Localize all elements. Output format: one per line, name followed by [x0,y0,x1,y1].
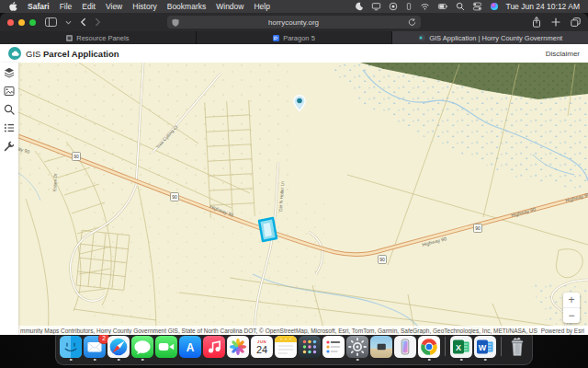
safari-window: horrycounty.org [0,13,588,335]
settings-gear-icon [346,336,368,358]
menu-window[interactable]: Window [216,2,243,11]
menu-help[interactable]: Help [254,2,269,11]
apple-menu-icon[interactable] [8,1,17,12]
map-zoom-control: + − [563,293,580,323]
launchpad-icon [299,336,321,358]
share-icon[interactable] [532,17,541,28]
dock-photos[interactable] [227,336,249,358]
sidebar-toggle-icon[interactable] [45,17,57,27]
tab-gis-application[interactable]: GIS Application | Horry County Governmen… [392,31,588,44]
dock-excel[interactable]: X [450,336,472,358]
display-icon[interactable] [371,2,381,11]
menu-file[interactable]: File [60,2,73,11]
dock-safari[interactable] [107,336,130,358]
facetime-icon [155,336,177,358]
address-bar[interactable]: horrycounty.org [167,16,421,29]
device-icon[interactable] [405,2,413,11]
tab-favicon [273,35,279,41]
dock-trash[interactable] [506,336,528,358]
map-canvas[interactable]: Highway 90 Highway 90 Highway 90 Highway… [18,63,588,335]
dock-iphone-mirroring[interactable] [394,336,416,358]
window-controls [7,19,36,26]
powered-by-esri: Powered by Esri [537,326,588,335]
dock-reminders[interactable] [322,336,345,358]
disclaimer-link[interactable]: Disclaimer [546,50,580,58]
search-icon[interactable] [4,104,15,115]
zoom-in-button[interactable]: + [563,293,580,307]
menu-safari[interactable]: Safari [28,2,50,11]
gis-page: GIS Parcel Application Disclaimer [0,44,588,335]
tab-overview-icon[interactable] [571,17,581,27]
sidebar-chevron-icon[interactable] [65,20,72,25]
forward-button-icon[interactable] [95,17,101,27]
tab-paragon-5[interactable]: Paragon 5 [197,31,393,44]
address-url[interactable]: horrycounty.org [179,18,408,27]
map-attribution-bar: mmunity Maps Contributors, Horry County … [18,326,588,335]
page-title-main: Parcel Application [43,49,119,59]
legend-list-icon[interactable] [4,122,15,133]
svg-text:X: X [456,343,461,352]
menu-bookmarks[interactable]: Bookmarks [167,2,207,11]
map-container: Highway 90 Highway 90 Highway 90 Highway… [18,63,588,335]
menu-view[interactable]: View [106,2,122,11]
zoom-out-button[interactable]: − [563,307,580,323]
reload-icon[interactable] [408,17,416,27]
menu-edit[interactable]: Edit [82,2,96,11]
menu-history[interactable]: History [132,2,156,11]
page-title: GIS Parcel Application [26,49,119,59]
menu-clock[interactable]: Tue Jun 24 10:12 AM [506,2,581,11]
back-button-icon[interactable] [80,17,86,27]
wifi-icon[interactable] [420,2,430,11]
dock-music[interactable] [203,336,225,358]
dock-mail[interactable]: 2 [84,336,106,358]
running-indicator [428,359,431,362]
close-window-button[interactable] [7,19,14,26]
dock-divider [501,337,502,356]
battery-icon[interactable] [437,2,448,11]
tab-resource-panels[interactable]: Resource Panels [0,31,197,44]
tools-wrench-icon[interactable] [4,141,15,152]
selected-parcel-highlight[interactable] [259,218,277,241]
iphone-mirroring-icon [394,336,416,358]
running-indicator [94,359,96,362]
spotlight-search-icon[interactable] [456,2,465,11]
finder-icon [60,336,82,358]
basemap-image-icon[interactable] [4,86,15,97]
gis-app-logo [8,47,21,60]
dock-photo-booth[interactable] [370,336,392,358]
tab-favicon [66,35,73,41]
siri-icon[interactable] [490,2,499,11]
dock-word[interactable]: W [474,336,496,358]
attribution-text: mmunity Maps Contributors, Horry County … [20,328,537,334]
new-tab-plus-icon[interactable] [551,17,560,27]
running-indicator [70,359,73,362]
privacy-shield-icon[interactable] [172,18,179,27]
screen-record-icon[interactable] [389,2,398,11]
map-tool-sidebar [0,63,18,335]
dock-app-store[interactable]: A [179,336,201,358]
dock-messages[interactable] [131,336,153,358]
focus-moon-icon[interactable] [355,2,364,11]
shield-90: 90 [74,154,79,159]
dock-notes[interactable] [275,336,297,358]
menu-status-icons: Tue Jun 24 10:12 AM [355,2,581,11]
shield-90: 90 [172,194,177,200]
gis-page-body: Highway 90 Highway 90 Highway 90 Highway… [0,63,588,335]
word-icon: W [474,336,496,358]
dock-chrome[interactable] [418,336,440,358]
control-center-icon[interactable] [472,2,482,11]
dock-calendar[interactable]: JUN 24 [251,336,273,358]
minimize-window-button[interactable] [18,19,25,26]
dock-finder[interactable] [60,336,82,358]
shield-90: 90 [475,225,481,231]
svg-text:A: A [187,340,195,353]
macos-menu-bar: Safari File Edit View History Bookmarks … [0,0,588,13]
dock-facetime[interactable] [155,336,177,358]
music-icon [203,336,225,358]
app-store-icon: A [179,336,201,358]
zoom-window-button[interactable] [29,19,36,26]
dock-launchpad[interactable] [299,336,321,358]
chrome-icon [418,336,440,358]
dock-system-settings[interactable] [346,336,368,358]
layers-icon[interactable] [4,67,15,78]
